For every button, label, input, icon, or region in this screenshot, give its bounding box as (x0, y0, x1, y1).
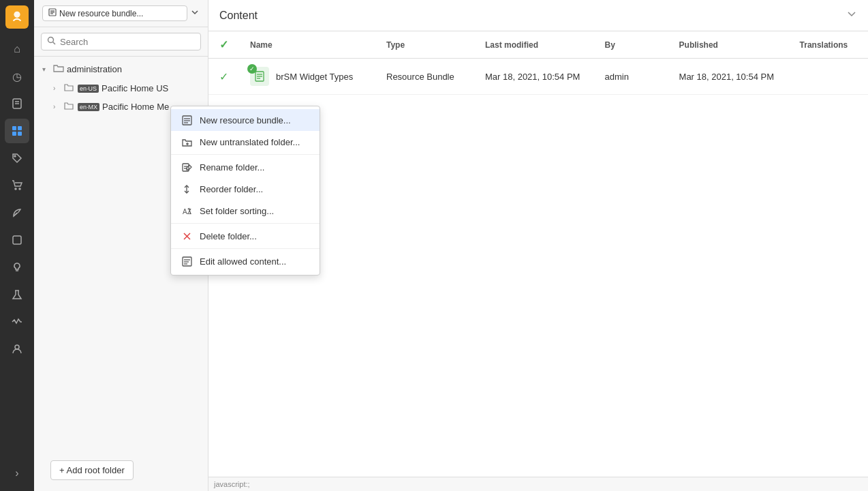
tag-icon[interactable] (5, 146, 29, 170)
folder-item-pacific-home-us[interactable]: › en·US Pacific Home US (34, 79, 208, 98)
home-icon[interactable]: ⌂ (5, 37, 29, 61)
context-menu-label-new-resource-bundle: New resource bundle... (200, 115, 291, 125)
folder-label-pacific-home-me: Pacific Home Me (102, 102, 169, 112)
svg-point-15 (15, 345, 19, 349)
context-menu-item-rename-folder[interactable]: Rename folder... (171, 156, 320, 178)
bundle-menu-icon (181, 114, 193, 126)
status-check-icon: ✓ (219, 71, 228, 83)
folder-sidebar-header: New resource bundle... (34, 0, 208, 27)
svg-line-21 (53, 42, 56, 45)
folder-plus-menu-icon (181, 136, 193, 148)
search-box (41, 33, 201, 50)
bottom-bar-text: javascript:; (214, 480, 250, 488)
folder-label-administration: administration (67, 64, 122, 74)
chevron-right-icon-us: › (53, 85, 61, 92)
svg-point-0 (14, 12, 20, 18)
cube-icon[interactable] (5, 228, 29, 252)
flag-badge-me: en·MX (78, 103, 99, 111)
edit-allowed-menu-icon (181, 255, 193, 267)
context-menu-separator-2 (171, 223, 320, 224)
svg-rect-12 (13, 236, 21, 244)
context-menu-label-new-untranslated-folder: New untranslated folder... (200, 137, 300, 147)
delete-menu-icon (181, 230, 193, 242)
row-published: Mar 18, 2021, 10:54 PM (668, 59, 789, 95)
row-status: ✓ (208, 59, 239, 95)
bottom-bar: javascript:; (208, 477, 868, 491)
context-menu-item-reorder-folder[interactable]: Reorder folder... (171, 178, 320, 200)
folder-icon-me (64, 101, 74, 113)
folder-item-administration[interactable]: ▾ administration (34, 59, 208, 79)
chevron-down-icon: ▾ (42, 65, 50, 73)
search-area (34, 27, 208, 57)
row-by: admin (593, 59, 668, 95)
svg-point-8 (14, 155, 16, 157)
page-title: Content (219, 10, 258, 22)
dropdown-arrow-icon[interactable] (190, 8, 200, 19)
bundle-icon (48, 8, 57, 18)
resource-icon: ✓ (250, 67, 269, 86)
col-header-published[interactable]: Published (668, 31, 789, 59)
check-badge: ✓ (247, 64, 257, 74)
panel-container: New resource bundle... ▾ administration (34, 0, 868, 491)
content-icon[interactable] (5, 119, 29, 143)
new-resource-bundle-button[interactable]: New resource bundle... (42, 5, 187, 21)
flask-icon[interactable] (5, 282, 29, 307)
col-header-translations[interactable]: Translations (789, 31, 868, 59)
table-row[interactable]: ✓ ✓ brSM Widget Types Resource B (208, 59, 868, 95)
context-menu-item-new-resource-bundle[interactable]: New resource bundle... (171, 109, 320, 131)
search-input[interactable] (60, 37, 195, 47)
context-menu-label-reorder-folder: Reorder folder... (200, 184, 263, 194)
search-icon (47, 36, 56, 47)
add-root-folder-area: + Add root folder (34, 449, 208, 491)
col-header-name[interactable]: Name (239, 31, 375, 59)
app-logo (5, 5, 29, 29)
folder-label-pacific-home-us: Pacific Home US (102, 83, 168, 93)
row-name: brSM Widget Types (276, 72, 353, 82)
collapse-button[interactable] (846, 9, 857, 23)
svg-point-10 (19, 188, 20, 190)
bookmark-icon[interactable] (5, 91, 29, 116)
col-header-type[interactable]: Type (375, 31, 474, 59)
context-menu-item-edit-allowed-content[interactable]: Edit allowed content... (171, 250, 320, 272)
leaf-icon[interactable] (5, 200, 29, 225)
add-root-folder-button[interactable]: + Add root folder (50, 460, 134, 480)
content-header: Content (208, 0, 868, 31)
svg-point-20 (48, 38, 54, 43)
col-header-status: ✓ (208, 31, 239, 59)
context-menu-label-edit-allowed-content: Edit allowed content... (200, 256, 286, 267)
row-translations (789, 59, 868, 95)
context-menu-label-set-folder-sorting: Set folder sorting... (200, 206, 274, 216)
row-type: Resource Bundle (375, 59, 474, 95)
context-menu: New resource bundle... New untranslated … (170, 106, 320, 276)
status-check-header: ✓ (219, 39, 228, 50)
folder-icon-us (64, 83, 74, 94)
svg-point-9 (15, 188, 16, 190)
lightbulb-icon[interactable] (5, 255, 29, 280)
context-menu-item-set-folder-sorting[interactable]: AZ Set folder sorting... (171, 200, 320, 222)
chevron-right-icon[interactable]: › (5, 461, 29, 486)
context-menu-label-rename-folder: Rename folder... (200, 162, 264, 173)
svg-rect-7 (18, 132, 22, 136)
context-menu-item-new-untranslated-folder[interactable]: New untranslated folder... (171, 131, 320, 153)
chevron-right-icon-me: › (53, 103, 61, 110)
flag-badge-us: en·US (78, 85, 99, 93)
context-menu-separator-1 (171, 154, 320, 155)
folder-open-icon (53, 63, 64, 76)
context-menu-item-delete-folder[interactable]: Delete folder... (171, 225, 320, 247)
rename-menu-icon (181, 161, 193, 173)
context-menu-label-delete-folder: Delete folder... (200, 231, 257, 241)
svg-rect-4 (12, 126, 16, 130)
svg-rect-5 (18, 126, 22, 130)
activity-icon[interactable] (5, 310, 29, 334)
history-icon[interactable]: ◷ (5, 64, 29, 89)
col-header-by[interactable]: By (593, 31, 668, 59)
col-header-modified[interactable]: Last modified (474, 31, 594, 59)
icon-sidebar: ⌂ ◷ › (0, 0, 34, 491)
new-resource-label: New resource bundle... (59, 9, 143, 18)
reorder-menu-icon (181, 183, 193, 195)
person-icon[interactable] (5, 337, 29, 361)
row-last-modified: Mar 18, 2021, 10:54 PM (474, 59, 594, 95)
svg-rect-6 (12, 132, 16, 136)
row-name-cell: ✓ brSM Widget Types (239, 59, 375, 95)
cart-icon[interactable] (5, 173, 29, 198)
